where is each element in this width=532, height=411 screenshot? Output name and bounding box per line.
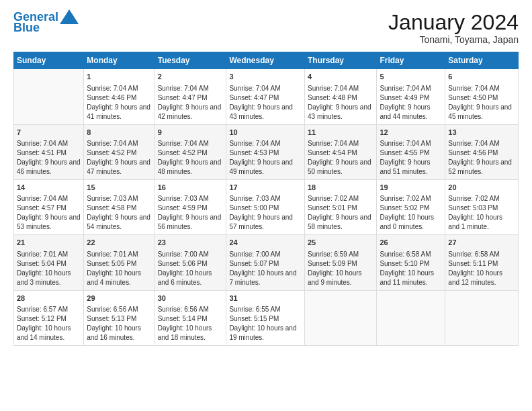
table-row: 27Sunrise: 6:58 AMSunset: 5:11 PMDayligh… [445, 235, 519, 290]
daylight-text: Daylight: 10 hours and 16 minutes. [87, 324, 141, 341]
sunrise-text: Sunrise: 7:04 AM [448, 140, 499, 147]
daylight-text: Daylight: 9 hours and 49 minutes. [229, 158, 293, 175]
daylight-text: Daylight: 10 hours and 7 minutes. [229, 269, 296, 286]
sunset-text: Sunset: 4:52 PM [158, 149, 208, 156]
sunset-text: Sunset: 5:06 PM [158, 260, 208, 267]
daylight-text: Daylight: 10 hours and 4 minutes. [87, 269, 141, 286]
day-number: 8 [87, 128, 151, 138]
day-number: 25 [308, 238, 373, 248]
table-row: 24Sunrise: 7:00 AMSunset: 5:07 PMDayligh… [226, 235, 305, 290]
table-row: 8Sunrise: 7:04 AMSunset: 4:52 PMDaylight… [84, 124, 154, 179]
sunset-text: Sunset: 4:59 PM [158, 204, 208, 212]
table-row: 10Sunrise: 7:04 AMSunset: 4:53 PMDayligh… [226, 124, 305, 179]
table-row: 23Sunrise: 7:00 AMSunset: 5:06 PMDayligh… [154, 235, 226, 290]
sunrise-text: Sunrise: 7:03 AM [158, 195, 209, 202]
location: Tonami, Toyama, Japan [388, 34, 519, 45]
daylight-text: Daylight: 9 hours and 42 minutes. [158, 103, 222, 120]
day-number: 20 [448, 183, 515, 193]
day-number: 2 [158, 72, 224, 82]
daylight-text: Daylight: 10 hours and 1 minute. [448, 214, 502, 230]
table-row: 22Sunrise: 7:01 AMSunset: 5:05 PMDayligh… [84, 235, 154, 290]
sunset-text: Sunset: 4:50 PM [448, 94, 498, 101]
sunrise-text: Sunrise: 7:02 AM [308, 195, 359, 202]
table-row: 3Sunrise: 7:04 AMSunset: 4:47 PMDaylight… [226, 69, 305, 124]
sunrise-text: Sunrise: 7:04 AM [380, 140, 431, 147]
logo-icon [60, 9, 79, 24]
sunset-text: Sunset: 5:15 PM [229, 315, 279, 322]
sunrise-text: Sunrise: 7:02 AM [448, 195, 499, 202]
header-wednesday: Wednesday [226, 52, 305, 69]
table-row: 5Sunrise: 7:04 AMSunset: 4:49 PMDaylight… [377, 69, 445, 124]
sunrise-text: Sunrise: 7:04 AM [229, 85, 280, 92]
day-number: 15 [87, 183, 151, 193]
header-tuesday: Tuesday [154, 52, 226, 69]
logo: General Blue [13, 11, 79, 35]
header-friday: Friday [377, 52, 445, 69]
title-block: January 2024 Tonami, Toyama, Japan [388, 11, 519, 45]
sunrise-text: Sunrise: 7:04 AM [158, 140, 209, 147]
sunrise-text: Sunrise: 7:02 AM [380, 195, 431, 202]
daylight-text: Daylight: 9 hours and 53 minutes. [17, 214, 81, 230]
day-number: 21 [17, 238, 81, 248]
day-number: 28 [17, 293, 81, 304]
sunrise-text: Sunrise: 6:56 AM [87, 306, 138, 313]
day-number: 18 [308, 183, 373, 193]
sunset-text: Sunset: 5:11 PM [448, 260, 498, 267]
daylight-text: Daylight: 10 hours and 9 minutes. [308, 269, 362, 286]
day-number: 6 [448, 72, 515, 82]
sunrise-text: Sunrise: 7:01 AM [17, 250, 68, 258]
sunset-text: Sunset: 4:47 PM [229, 94, 279, 101]
sunrise-text: Sunrise: 7:00 AM [229, 250, 280, 258]
calendar-week-row: 1Sunrise: 7:04 AMSunset: 4:46 PMDaylight… [14, 69, 519, 124]
table-row: 25Sunrise: 6:59 AMSunset: 5:09 PMDayligh… [305, 235, 377, 290]
day-number: 9 [158, 128, 224, 138]
table-row: 9Sunrise: 7:04 AMSunset: 4:52 PMDaylight… [154, 124, 226, 179]
sunrise-text: Sunrise: 7:04 AM [87, 85, 138, 92]
daylight-text: Daylight: 9 hours and 51 minutes. [380, 158, 430, 175]
table-row [14, 69, 84, 124]
day-number: 16 [158, 183, 224, 193]
sunrise-text: Sunrise: 7:03 AM [229, 195, 280, 202]
day-number: 3 [229, 72, 302, 82]
daylight-text: Daylight: 9 hours and 48 minutes. [158, 158, 222, 175]
table-row [445, 290, 519, 345]
day-number: 10 [229, 128, 302, 138]
sunset-text: Sunset: 4:52 PM [87, 149, 136, 156]
table-row [305, 290, 377, 345]
day-number: 22 [87, 238, 151, 248]
table-row: 14Sunrise: 7:04 AMSunset: 4:57 PMDayligh… [14, 179, 84, 234]
table-row: 1Sunrise: 7:04 AMSunset: 4:46 PMDaylight… [84, 69, 154, 124]
sunset-text: Sunset: 4:53 PM [229, 149, 279, 156]
sunrise-text: Sunrise: 7:04 AM [448, 85, 499, 92]
table-row: 30Sunrise: 6:56 AMSunset: 5:14 PMDayligh… [154, 290, 226, 345]
calendar-table: Sunday Monday Tuesday Wednesday Thursday… [13, 52, 519, 346]
sunset-text: Sunset: 5:05 PM [87, 260, 136, 267]
table-row: 29Sunrise: 6:56 AMSunset: 5:13 PMDayligh… [84, 290, 154, 345]
daylight-text: Daylight: 10 hours and 18 minutes. [158, 324, 212, 341]
sunset-text: Sunset: 5:02 PM [380, 204, 429, 212]
sunset-text: Sunset: 5:13 PM [87, 315, 136, 322]
table-row: 12Sunrise: 7:04 AMSunset: 4:55 PMDayligh… [377, 124, 445, 179]
daylight-text: Daylight: 9 hours and 41 minutes. [87, 103, 150, 120]
daylight-text: Daylight: 9 hours and 45 minutes. [448, 103, 512, 120]
day-number: 17 [229, 183, 302, 193]
daylight-text: Daylight: 9 hours and 46 minutes. [17, 158, 81, 175]
sunrise-text: Sunrise: 7:04 AM [308, 85, 359, 92]
sunset-text: Sunset: 5:09 PM [308, 260, 357, 267]
sunset-text: Sunset: 5:14 PM [158, 315, 208, 322]
calendar-week-row: 21Sunrise: 7:01 AMSunset: 5:04 PMDayligh… [14, 235, 519, 290]
header-saturday: Saturday [445, 52, 519, 69]
sunset-text: Sunset: 5:07 PM [229, 260, 279, 267]
sunset-text: Sunset: 4:58 PM [87, 204, 136, 212]
sunrise-text: Sunrise: 6:56 AM [158, 306, 209, 313]
day-number: 4 [308, 72, 373, 82]
header-thursday: Thursday [305, 52, 377, 69]
daylight-text: Daylight: 9 hours and 57 minutes. [229, 214, 293, 230]
calendar-week-row: 7Sunrise: 7:04 AMSunset: 4:51 PMDaylight… [14, 124, 519, 179]
sunset-text: Sunset: 5:10 PM [380, 260, 429, 267]
sunrise-text: Sunrise: 6:57 AM [17, 306, 68, 313]
table-row [377, 290, 445, 345]
sunset-text: Sunset: 4:51 PM [17, 149, 66, 156]
month-title: January 2024 [388, 11, 519, 34]
sunset-text: Sunset: 4:55 PM [380, 149, 429, 156]
